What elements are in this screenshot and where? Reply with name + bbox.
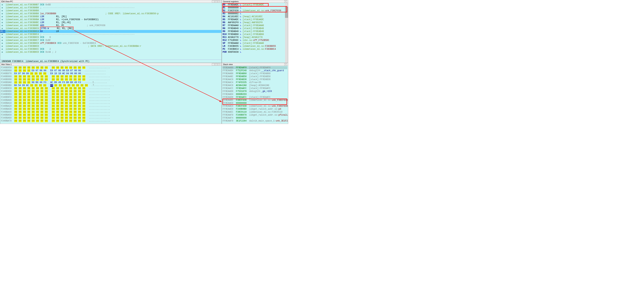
stack-row[interactable]: FF9EAAD8 FF9EAAFC [stack]:FF9EAAFC xyxy=(222,96,287,99)
register-row[interactable]: R2 F38CF038 ↳ libmetasec_ml.so:unk_F38CF… xyxy=(222,9,287,12)
register-row[interactable]: R11 AC0A1F78 ↳ [heap]:AC0A1F78 xyxy=(222,36,287,39)
hex-row[interactable]: F349B9F0 00 00 00 00 00 00 00 00 00 00 0… xyxy=(1,96,221,99)
stack-row[interactable]: FF9EAAB4 F752FE40 debug124:__stack_chk_g… xyxy=(222,69,287,72)
disasm-line[interactable]: libmetasec_ml.so:F383B8C8 off_F383B8C8 D… xyxy=(0,42,222,45)
hex-row[interactable]: F349BA20 00 00 00 00 00 00 00 00 00 00 0… xyxy=(1,105,221,108)
register-row[interactable]: R8 FF9EAB48 ↳ [stack]:FF9EAB48 xyxy=(222,27,287,30)
fold-bullet-icon[interactable] xyxy=(2,34,3,35)
disasm-line[interactable]: libmetasec_ml.so:F383B8BE ADD R2, PC ; u… xyxy=(0,24,222,27)
disasm-line[interactable]: libmetasec_ml.so:F383B8C0 STRD.W R2, R1,… xyxy=(0,27,222,30)
hex-row[interactable]: F349B9E0 00 00 00 00 00 00 00 00 00 00 0… xyxy=(1,93,221,96)
stack-row[interactable]: FF9EAADC F38CF038 libmetasec_ml.so:unk_F… xyxy=(222,99,287,102)
register-row[interactable]: SP FF9EAAA0 ↳ [stack]:FF9EAAA0 xyxy=(222,42,287,45)
stack-row[interactable]: FF9EAAEC F38C9118 libmetasec_ml.so:F38C9… xyxy=(222,111,287,114)
hex-row[interactable]: F349B9C0 00 00 00 00 00 00 00 00 00 00 0… xyxy=(1,87,221,90)
register-row[interactable]: R10 FF9EAB60 ↳ [stack]:FF9EAB60 xyxy=(222,33,287,36)
pane-max-icon[interactable]: □ xyxy=(215,63,218,66)
fold-bullet-icon[interactable] xyxy=(2,52,3,53)
fold-bullet-icon[interactable] xyxy=(2,40,3,41)
disasm-line[interactable]: libmetasec_ml.so:F383B8BC LDR R1, [R1,#8… xyxy=(0,21,222,24)
stack-row[interactable]: FF9EAAD4 0000B2E0 xyxy=(222,93,287,96)
hex-row[interactable]: F349B990 00 00 00 00 00 00 00 00 00 00 0… xyxy=(1,78,221,81)
fold-bullet-icon[interactable] xyxy=(2,25,3,26)
fold-bullet-icon[interactable] xyxy=(2,7,3,8)
disasm-line[interactable]: libmetasec_ml.so:F383B8C4 ; ------------… xyxy=(0,33,222,36)
register-row[interactable]: R1 00000000 ↳ xyxy=(222,6,287,9)
registers-listing[interactable]: R0 FF9EAADC ↳ [stack]:FF9EAADCR1 0000000… xyxy=(222,3,288,63)
stack-row[interactable]: FF9EAAF0 F349B978 libget_rwlock_addr.so:… xyxy=(222,114,287,117)
disassembly-listing[interactable]: libmetasec_ml.so:F383B8B7 DCB 0xBD libme… xyxy=(0,3,222,60)
fold-bullet-icon[interactable] xyxy=(2,37,3,38)
register-row[interactable]: R3 00000002 ↳ xyxy=(222,12,287,15)
hex-row[interactable]: F349B960 00 00 00 00 E0 07 00 00 E0 07 0… xyxy=(1,69,221,72)
hex-row[interactable]: F349BA60 00 00 00 00 00 00 00 00 00 00 0… xyxy=(1,117,221,119)
fold-bullet-icon[interactable] xyxy=(2,10,3,11)
register-row[interactable]: R9 FF9EAB40 ↳ [stack]:FF9EAB40 xyxy=(222,30,287,33)
pane-float-icon[interactable]: ▫ xyxy=(212,0,214,3)
register-row[interactable]: LR F383B655 ↳ libmetasec_ml.so:F383B655 xyxy=(222,45,287,48)
stack-row[interactable]: FF9EAAC0 FF9EAB38 [stack]:FF9EAB38 xyxy=(222,78,287,81)
stack-row[interactable]: FF9EAAC4 F74FD335 dlfree+35 xyxy=(222,81,287,84)
pane-float-icon[interactable]: ▫ xyxy=(212,63,214,66)
register-row[interactable]: R4 AC1016EC ↳ [heap]:AC1016EC xyxy=(222,15,287,18)
stack-row[interactable]: FF9EAAB8 FF9EAB60 [stack]:FF9EAB60 xyxy=(222,72,287,75)
pane-max-icon[interactable]: □ xyxy=(215,0,218,3)
register-row[interactable]: R7 FF9EAAA0 ↳ [stack]:FF9EAAA0 xyxy=(222,24,287,27)
pane-close-icon[interactable]: × xyxy=(218,0,220,3)
hex-row[interactable]: F349BA70 00 00 00 00 00 00 00 00 00 00 0… xyxy=(1,119,221,122)
disasm-line[interactable]: libmetasec_ml.so:F383B8B8 loc_F383B8B8 ;… xyxy=(0,12,222,15)
disasm-line[interactable]: PC→ libmetasec_ml.so:F383B8C4 BX LR xyxy=(0,30,222,33)
stack-row[interactable]: FF9EAAE8 F349B9B0 libget_rwlock_addr.so:… xyxy=(222,108,287,111)
fold-bullet-icon[interactable] xyxy=(2,28,3,29)
hex-row[interactable]: F349BA50 00 00 00 00 00 00 00 00 00 00 0… xyxy=(1,114,221,117)
pane-close-icon[interactable]: × xyxy=(284,63,287,66)
register-row[interactable]: PC F383B8C4 ↳ libmetasec_ml.so:F383B8C4 xyxy=(222,48,287,51)
stack-row[interactable]: FF9EAAE0 00000000 xyxy=(222,102,287,105)
fold-bullet-icon[interactable] xyxy=(2,19,3,20)
stack-row[interactable]: FF9EAAF4 00000000 xyxy=(222,117,287,119)
fold-bullet-icon[interactable] xyxy=(2,16,3,17)
hex-row[interactable]: F349B9B0 B8 54 09 AC 00 00 00 00 00 00 0… xyxy=(1,84,221,87)
hex-row[interactable]: F349B970 E0 07 00 00 00 00 00 00 E8 16 1… xyxy=(1,72,221,75)
disasm-line[interactable]: libmetasec_ml.so:F383B8C6 DCB 0 xyxy=(0,36,222,39)
fold-bullet-icon[interactable] xyxy=(2,4,3,5)
hex-row[interactable]: F349BA10 00 00 00 00 00 00 00 00 00 00 0… xyxy=(1,102,221,105)
disasm-line[interactable]: libmetasec_ml.so:F383B8B8 xyxy=(0,9,222,12)
disasm-line[interactable]: libmetasec_ml.so:F383B8B8 LDR R1, [R1] xyxy=(0,15,222,18)
disasm-line[interactable]: libmetasec_ml.so:F383B8C7 DCB 0xBF xyxy=(0,39,222,42)
stack-row[interactable]: FF9EAAD0 F7531078 debug124:_gm_+1C0 xyxy=(222,90,287,93)
fold-bullet-icon[interactable] xyxy=(2,43,3,44)
disasm-line[interactable]: libmetasec_ml.so:F383B8B7 DCB 0xBD xyxy=(0,3,222,6)
disasm-line[interactable]: libmetasec_ml.so:F383B8B8 ; ------------… xyxy=(0,6,222,9)
disasm-line[interactable]: libmetasec_ml.so:F383B8BA LDR R2, =(unk_… xyxy=(0,18,222,21)
disasm-line[interactable]: libmetasec_ml.so:F383B8CC DCB 2 xyxy=(0,48,222,51)
fold-bullet-icon[interactable] xyxy=(2,22,3,23)
register-row[interactable]: R12 F752B5DC ↳ libc.so:off_F752B5DC xyxy=(222,39,287,42)
stack-row[interactable]: FF9EAAF8 3E1F2284 dalvik_main_space_1:un… xyxy=(222,119,287,122)
hex-row[interactable]: F349BA40 00 00 00 00 00 00 00 00 00 00 0… xyxy=(1,111,221,114)
hex-row[interactable]: F349BA30 00 00 00 00 00 00 00 00 00 00 0… xyxy=(1,108,221,111)
hex-row[interactable]: F349B950 00 00 00 00 00 00 00 00 00 00 0… xyxy=(1,66,221,69)
hex-row[interactable]: F349B9A0 00 00 00 00 98 B9 49 F3 AC B9 4… xyxy=(1,81,221,84)
stack-row[interactable]: FF9EAAE4 F38CF038 libmetasec_ml.so:unk_F… xyxy=(222,105,287,108)
stack-listing[interactable]: FF9EAAB0 FF9EAAF0 [stack]:FF9EAAF0FF9EAA… xyxy=(222,66,288,124)
fold-bullet-icon[interactable] xyxy=(2,46,3,47)
stack-row[interactable]: FF9EAACC FF9EAAFC [stack]:FF9EAAFC xyxy=(222,87,287,90)
hex-row[interactable]: F349BA00 00 00 00 00 00 00 00 00 00 00 0… xyxy=(1,99,221,102)
hex-listing[interactable]: F349B950 00 00 00 00 00 00 00 00 00 00 0… xyxy=(0,66,222,124)
stack-row[interactable]: FF9EAABC FF9EAB58 [stack]:FF9EAB58 xyxy=(222,75,287,78)
register-row[interactable]: R6 AAF892F0 ↳ [heap]:AAF892F0 xyxy=(222,21,287,24)
disasm-line[interactable]: libmetasec_ml.so:F383B8C8 ; DATA XREF: l… xyxy=(0,45,222,48)
disasm-line[interactable]: libmetasec_ml.so:F383B8CD DCB 0x4A ; J xyxy=(0,51,222,54)
fold-bullet-icon[interactable] xyxy=(2,49,3,50)
hex-row[interactable]: F349B9D0 00 00 00 00 00 00 00 00 00 00 0… xyxy=(1,90,221,93)
register-row[interactable]: R5 FF9EAADC ↳ [stack]:FF9EAADC xyxy=(222,18,287,21)
register-row[interactable]: PSR 800F0030 ↳ xyxy=(222,51,287,54)
pane-close-icon[interactable]: × xyxy=(218,63,220,66)
fold-bullet-icon[interactable] xyxy=(2,13,3,14)
stack-row[interactable]: FF9EAAB0 FF9EAAF0 [stack]:FF9EAAF0 xyxy=(222,66,287,69)
hex-row[interactable]: F349B980 00 00 00 00 00 00 00 00 00 00 0… xyxy=(1,75,221,78)
pane-close-icon[interactable]: × xyxy=(284,0,287,3)
register-row[interactable]: R0 FF9EAADC ↳ [stack]:FF9EAADC xyxy=(222,3,287,6)
stack-row[interactable]: FF9EAAC8 AC0A42A0 [heap]:AC0A42A0 xyxy=(222,84,287,87)
